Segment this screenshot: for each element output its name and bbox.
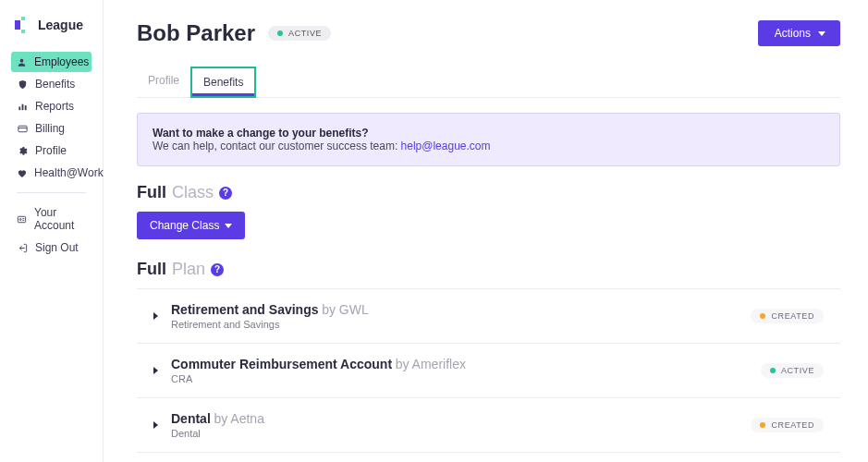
header-left: Bob Parker ACTIVE: [137, 20, 331, 46]
sidebar-item-employees[interactable]: Employees: [11, 52, 92, 72]
plan-main: Dental by Aetna Dental: [171, 411, 738, 439]
sidebar-item-label: Reports: [35, 100, 74, 113]
status-dot-icon: [760, 422, 765, 428]
expand-caret-icon[interactable]: [153, 421, 158, 429]
sidebar-item-label: Sign Out: [35, 241, 79, 254]
change-class-button[interactable]: Change Class: [137, 212, 245, 239]
svg-point-10: [19, 218, 21, 220]
plan-sub: CRA: [171, 373, 748, 384]
plan-status-text: CREATED: [771, 420, 814, 430]
plan-status-pill: CREATED: [751, 418, 824, 432]
plan-status-pill: CREATED: [751, 309, 824, 323]
svg-rect-5: [21, 103, 23, 109]
sidebar-item-sign-out[interactable]: Sign Out: [11, 237, 92, 258]
heart-icon: [17, 167, 27, 178]
plan-main: Commuter Reimbursement Account by Amerif…: [171, 357, 748, 384]
caret-down-icon: [225, 224, 232, 228]
id-icon: [17, 213, 27, 225]
user-icon: [17, 56, 27, 67]
gear-icon: [17, 145, 28, 156]
sidebar-item-billing[interactable]: Billing: [11, 118, 92, 139]
card-icon: [17, 123, 28, 134]
notice-email-link[interactable]: help@league.com: [401, 140, 491, 152]
nav-divider: [17, 192, 86, 193]
plan-sub: Dental: [171, 428, 738, 439]
primary-nav: Employees Benefits Reports Billing Profi…: [0, 52, 103, 258]
plan-list: Retirement and Savings by GWL Retirement…: [137, 288, 840, 462]
plan-word1: Full: [137, 260, 166, 279]
actions-label: Actions: [775, 27, 811, 40]
notice-heading: Want to make a change to your benefits?: [153, 127, 369, 140]
caret-down-icon: [818, 31, 825, 36]
sidebar-item-reports[interactable]: Reports: [11, 96, 92, 116]
plan-row[interactable]: Dental by Beam Dental CREATED: [137, 453, 840, 462]
svg-rect-6: [24, 105, 26, 110]
status-text: ACTIVE: [288, 29, 322, 38]
svg-rect-7: [18, 126, 26, 131]
plan-main: Retirement and Savings by GWL Retirement…: [171, 302, 738, 330]
page-header: Bob Parker ACTIVE Actions: [137, 20, 840, 46]
notice-banner: Want to make a change to your benefits? …: [137, 113, 840, 166]
plan-status-pill: ACTIVE: [761, 363, 824, 378]
sidebar-item-benefits[interactable]: Benefits: [11, 74, 92, 94]
expand-caret-icon[interactable]: [153, 312, 158, 320]
page-title: Bob Parker: [137, 20, 255, 46]
help-icon[interactable]: ?: [219, 187, 232, 200]
class-word2: Class: [172, 183, 214, 202]
plan-word2: Plan: [172, 260, 205, 279]
plan-row[interactable]: Commuter Reimbursement Account by Amerif…: [137, 344, 840, 398]
sidebar-item-label: Health@Work: [34, 166, 104, 179]
help-icon[interactable]: ?: [211, 263, 224, 276]
plan-provider: by GWL: [322, 302, 369, 317]
sidebar-item-healthatwork[interactable]: Health@Work: [11, 163, 92, 183]
plan-status-text: CREATED: [771, 311, 814, 321]
plan-provider: by Aetna: [214, 411, 264, 426]
chart-icon: [17, 101, 28, 112]
class-word1: Full: [137, 183, 166, 202]
svg-point-3: [20, 58, 24, 62]
actions-button[interactable]: Actions: [758, 20, 840, 46]
plan-row[interactable]: Dental by Aetna Dental CREATED: [137, 398, 840, 453]
brand-name: League: [38, 18, 83, 32]
plan-sub: Retirement and Savings: [171, 319, 738, 330]
sidebar-item-label: Benefits: [35, 78, 75, 91]
brand-logo[interactable]: League: [0, 17, 103, 52]
sidebar-item-profile[interactable]: Profile: [11, 140, 92, 161]
status-dot-icon: [277, 30, 283, 36]
plan-row[interactable]: Retirement and Savings by GWL Retirement…: [137, 289, 840, 344]
plan-provider: by Ameriflex: [396, 357, 466, 371]
plan-section-title: Full Plan ?: [137, 260, 840, 279]
shield-icon: [17, 79, 28, 90]
status-badge: ACTIVE: [268, 26, 331, 41]
sidebar-item-label: Employees: [34, 55, 89, 68]
tabs: Profile Benefits: [137, 67, 840, 98]
sidebar-item-label: Profile: [35, 144, 67, 157]
notice-body: We can help, contact our customer succes…: [153, 140, 401, 152]
main-content: Bob Parker ACTIVE Actions Profile Benefi…: [104, 0, 868, 462]
status-dot-icon: [770, 368, 776, 373]
class-section-title: Full Class ?: [137, 183, 840, 202]
tab-benefits[interactable]: Benefits: [190, 67, 256, 98]
status-dot-icon: [760, 313, 765, 319]
logo-mark-icon: [15, 17, 31, 33]
signout-icon: [17, 242, 28, 253]
sidebar: League Employees Benefits Reports Billin…: [0, 0, 104, 462]
sidebar-item-your-account[interactable]: Your Account: [11, 202, 92, 236]
sidebar-item-label: Your Account: [34, 206, 86, 232]
change-class-label: Change Class: [150, 219, 219, 232]
plan-status-text: ACTIVE: [781, 366, 814, 375]
sidebar-item-label: Billing: [35, 122, 65, 135]
svg-rect-2: [21, 30, 25, 33]
svg-rect-0: [15, 20, 20, 30]
svg-rect-1: [21, 17, 25, 20]
expand-caret-icon[interactable]: [153, 367, 158, 374]
plan-name: Dental: [171, 411, 211, 426]
plan-name: Commuter Reimbursement Account: [171, 357, 392, 371]
plan-name: Retirement and Savings: [171, 302, 319, 317]
tab-profile[interactable]: Profile: [137, 67, 190, 97]
svg-rect-4: [18, 106, 20, 110]
